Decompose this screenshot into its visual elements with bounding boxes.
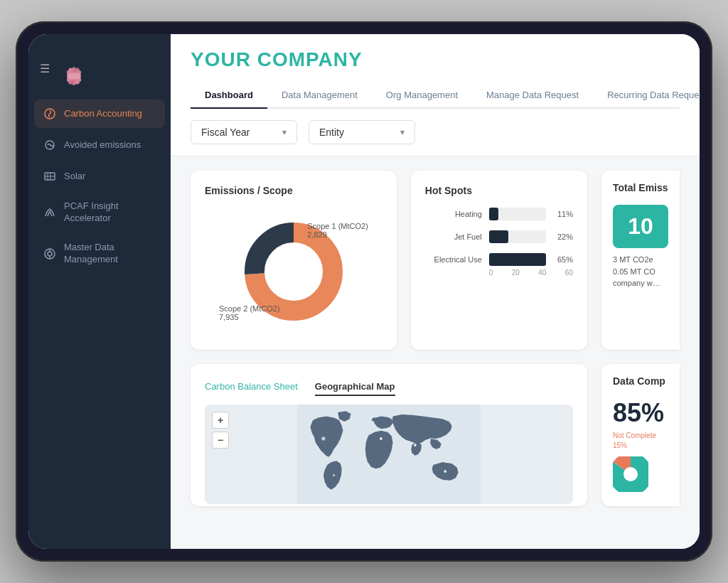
hot-spots-card: Hot Spots Heating 11% Jet Fuel [411, 171, 587, 350]
tab-dashboard[interactable]: Dashboard [191, 82, 267, 109]
sidebar-item-carbon-accounting[interactable]: Carbon Accounting [34, 100, 165, 128]
electrical-track [489, 253, 546, 266]
bar-axis: 0 20 40 60 [425, 266, 573, 277]
sidebar-item-avoided-emissions[interactable]: Avoided emissions [34, 131, 165, 159]
tab-org-management[interactable]: Org Management [372, 82, 472, 109]
hot-spots-title: Hot Spots [425, 185, 573, 196]
jetfuel-track [489, 230, 546, 243]
map-tabs: Carbon Balance Sheet Geographical Map [205, 378, 573, 396]
bottom-row: Carbon Balance Sheet Geographical Map + … [191, 364, 680, 506]
heating-fill [489, 208, 499, 220]
jetfuel-label: Jet Fuel [425, 232, 482, 241]
tab-manage-data-request[interactable]: Manage Data Request [472, 82, 593, 109]
tab-carbon-balance[interactable]: Carbon Balance Sheet [205, 378, 298, 396]
electrical-value: 65% [557, 255, 573, 264]
world-map-svg [205, 405, 573, 504]
total-emissions-card: Total Emiss 10 3 MT CO2e 0.05 MT CO comp… [601, 171, 680, 350]
emissions-scope-card: Emissions / Scope Scope 1 (MtCO2) [191, 171, 397, 350]
dashboard-body: Emissions / Scope Scope 1 (MtCO2) [171, 156, 700, 549]
data-completeness-title: Data Comp [613, 375, 668, 387]
tablet-frame: ☰ [16, 21, 712, 562]
map-controls: + − [212, 412, 229, 449]
main-header: YOUR COMPANY Dashboard Data Management O… [171, 34, 700, 109]
not-complete-text: Not Complete 15% [613, 431, 668, 451]
tab-recurring[interactable]: Recurring Data Reque… [593, 82, 700, 109]
jetfuel-fill [489, 230, 508, 243]
svg-point-21 [322, 437, 325, 440]
svg-point-23 [380, 437, 382, 440]
bar-row-heating: Heating 11% [425, 208, 573, 220]
data-completeness-percentage: 85% [613, 398, 668, 428]
sidebar: ☰ [28, 34, 171, 549]
svg-point-24 [414, 444, 417, 446]
master-data-icon [43, 247, 57, 261]
fiscal-year-label: Fiscal Year [201, 127, 250, 138]
zoom-out-button[interactable]: − [212, 432, 229, 449]
logo-icon [57, 51, 91, 85]
map-area: + − [205, 405, 573, 504]
fiscal-year-select[interactable]: Fiscal Year ▾ [191, 120, 297, 144]
sidebar-header: ☰ [28, 46, 171, 100]
electrical-label: Electrical Use [425, 255, 482, 264]
solar-icon [43, 169, 57, 183]
tab-data-management[interactable]: Data Management [267, 82, 372, 109]
donut-container: Scope 1 (MtCO2) 2,829 Scope 2 (MtCO2) 7,… [205, 208, 382, 336]
carbon-accounting-icon [43, 107, 57, 121]
entity-select[interactable]: Entity ▾ [309, 120, 415, 144]
filters-row: Fiscal Year ▾ Entity ▾ [171, 109, 700, 156]
bar-row-electrical: Electrical Use 65% [425, 253, 573, 266]
tablet-screen: ☰ [28, 34, 700, 549]
jetfuel-value: 22% [557, 232, 573, 241]
avoided-emissions-icon [43, 138, 57, 152]
data-completeness-pie [613, 456, 648, 492]
tab-geo-map[interactable]: Geographical Map [315, 378, 395, 396]
bar-row-jetfuel: Jet Fuel 22% [425, 230, 573, 243]
zoom-in-button[interactable]: + [212, 412, 229, 429]
bar-chart: Heating 11% Jet Fuel [425, 208, 573, 266]
scope1-label: Scope 1 (MtCO2) 2,829 [307, 222, 368, 239]
pcaf-label: PCAF Insight Accelerator [64, 200, 156, 225]
main-content: YOUR COMPANY Dashboard Data Management O… [171, 34, 700, 549]
map-card: Carbon Balance Sheet Geographical Map + … [191, 364, 587, 506]
svg-point-19 [265, 243, 322, 300]
entity-label: Entity [319, 127, 344, 138]
master-data-label: Master Data Management [64, 242, 156, 266]
total-emissions-number: 10 [613, 205, 668, 248]
fiscal-year-chevron: ▾ [282, 127, 287, 137]
hamburger-icon[interactable]: ☰ [40, 62, 50, 75]
sidebar-item-master-data[interactable]: Master Data Management [34, 235, 165, 273]
svg-point-14 [48, 252, 52, 256]
sidebar-item-pcaf[interactable]: PCAF Insight Accelerator [34, 193, 165, 232]
scope2-label: Scope 2 (MtCO2) 7,935 [219, 304, 280, 321]
carbon-accounting-label: Carbon Accounting [64, 108, 142, 120]
svg-point-25 [444, 470, 446, 473]
sidebar-nav: Carbon Accounting Avoided emissions [28, 100, 171, 273]
company-title: YOUR COMPANY [191, 48, 680, 71]
entity-chevron: ▾ [400, 127, 405, 137]
sidebar-item-solar[interactable]: Solar [34, 162, 165, 191]
total-emissions-text: 3 MT CO2e 0.05 MT CO company w… [613, 254, 668, 289]
svg-point-8 [46, 141, 54, 149]
data-completeness-card: Data Comp 85% Not Complete 15% [601, 364, 680, 506]
electrical-fill [489, 253, 546, 266]
heating-value: 11% [557, 210, 573, 218]
pcaf-icon [43, 205, 57, 220]
heating-track [489, 208, 546, 220]
top-row: Emissions / Scope Scope 1 (MtCO2) [191, 171, 680, 350]
svg-point-26 [333, 474, 335, 476]
avoided-emissions-label: Avoided emissions [64, 139, 141, 151]
nav-tabs: Dashboard Data Management Org Management… [191, 82, 680, 109]
emissions-scope-title: Emissions / Scope [205, 185, 382, 196]
heating-label: Heating [425, 210, 482, 218]
solar-label: Solar [64, 171, 85, 183]
total-emissions-title: Total Emiss [613, 182, 668, 193]
